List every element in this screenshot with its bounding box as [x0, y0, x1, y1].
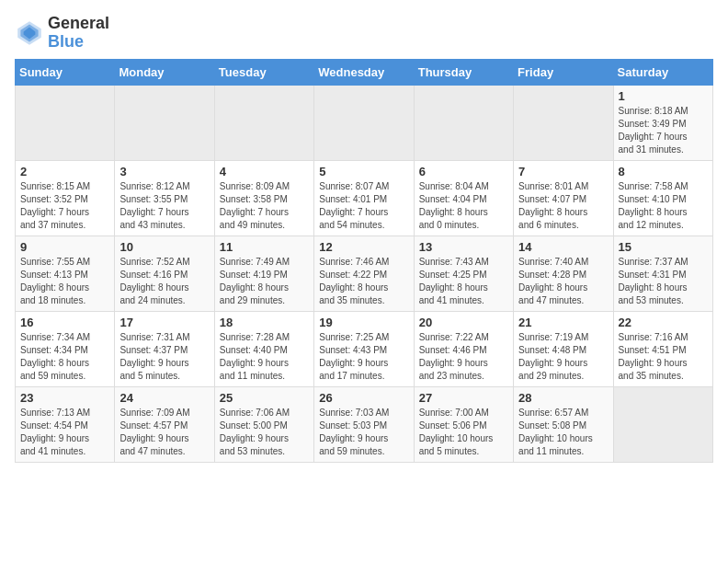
logo-text: GeneralBlue	[48, 15, 109, 52]
calendar-cell: 9Sunrise: 7:55 AM Sunset: 4:13 PM Daylig…	[16, 236, 115, 311]
day-info: Sunrise: 7:55 AM Sunset: 4:13 PM Dayligh…	[20, 256, 109, 307]
day-number: 4	[220, 165, 309, 178]
calendar-table: SundayMondayTuesdayWednesdayThursdayFrid…	[15, 59, 713, 463]
calendar-cell	[314, 85, 414, 160]
day-number: 9	[20, 240, 109, 254]
day-header-tuesday: Tuesday	[214, 59, 313, 85]
logo: GeneralBlue	[15, 15, 109, 52]
calendar-cell: 18Sunrise: 7:28 AM Sunset: 4:40 PM Dayli…	[214, 311, 313, 386]
day-info: Sunrise: 7:03 AM Sunset: 5:03 PM Dayligh…	[319, 407, 408, 458]
calendar-cell: 16Sunrise: 7:34 AM Sunset: 4:34 PM Dayli…	[16, 311, 115, 386]
calendar-cell	[214, 85, 313, 160]
calendar-cell: 11Sunrise: 7:49 AM Sunset: 4:19 PM Dayli…	[214, 236, 313, 311]
calendar-cell: 2Sunrise: 8:15 AM Sunset: 3:52 PM Daylig…	[16, 160, 115, 236]
calendar-cell: 27Sunrise: 7:00 AM Sunset: 5:06 PM Dayli…	[414, 386, 513, 462]
calendar-cell: 20Sunrise: 7:22 AM Sunset: 4:46 PM Dayli…	[414, 311, 513, 386]
day-info: Sunrise: 7:46 AM Sunset: 4:22 PM Dayligh…	[319, 256, 408, 307]
day-number: 22	[619, 316, 708, 329]
day-info: Sunrise: 7:25 AM Sunset: 4:43 PM Dayligh…	[319, 331, 408, 383]
calendar-cell: 1Sunrise: 8:18 AM Sunset: 3:49 PM Daylig…	[613, 85, 712, 160]
day-info: Sunrise: 7:13 AM Sunset: 4:54 PM Dayligh…	[20, 407, 109, 458]
calendar-cell: 15Sunrise: 7:37 AM Sunset: 4:31 PM Dayli…	[613, 236, 712, 311]
calendar-week-1: 1Sunrise: 8:18 AM Sunset: 3:49 PM Daylig…	[16, 85, 713, 160]
calendar-cell: 22Sunrise: 7:16 AM Sunset: 4:51 PM Dayli…	[613, 311, 712, 386]
day-number: 12	[319, 240, 408, 254]
day-info: Sunrise: 6:57 AM Sunset: 5:08 PM Dayligh…	[518, 407, 608, 458]
day-number: 27	[419, 391, 508, 405]
calendar-cell: 17Sunrise: 7:31 AM Sunset: 4:37 PM Dayli…	[115, 311, 214, 386]
day-number: 8	[619, 165, 708, 178]
day-number: 21	[518, 316, 608, 329]
calendar-cell: 4Sunrise: 8:09 AM Sunset: 3:58 PM Daylig…	[214, 160, 313, 236]
day-info: Sunrise: 8:04 AM Sunset: 4:04 PM Dayligh…	[419, 180, 508, 232]
calendar-cell: 6Sunrise: 8:04 AM Sunset: 4:04 PM Daylig…	[414, 160, 513, 236]
calendar-cell: 8Sunrise: 7:58 AM Sunset: 4:10 PM Daylig…	[613, 160, 712, 236]
day-number: 20	[419, 316, 508, 329]
day-info: Sunrise: 8:01 AM Sunset: 4:07 PM Dayligh…	[518, 180, 608, 232]
calendar-cell: 14Sunrise: 7:40 AM Sunset: 4:28 PM Dayli…	[514, 236, 613, 311]
calendar-cell: 26Sunrise: 7:03 AM Sunset: 5:03 PM Dayli…	[314, 386, 414, 462]
day-info: Sunrise: 7:16 AM Sunset: 4:51 PM Dayligh…	[619, 331, 708, 383]
day-info: Sunrise: 7:00 AM Sunset: 5:06 PM Dayligh…	[419, 407, 508, 458]
day-header-friday: Friday	[514, 59, 613, 85]
calendar-cell	[16, 85, 115, 160]
day-info: Sunrise: 7:31 AM Sunset: 4:37 PM Dayligh…	[119, 331, 209, 383]
calendar-week-2: 2Sunrise: 8:15 AM Sunset: 3:52 PM Daylig…	[16, 160, 713, 236]
calendar-week-5: 23Sunrise: 7:13 AM Sunset: 4:54 PM Dayli…	[16, 386, 713, 462]
calendar-cell: 5Sunrise: 8:07 AM Sunset: 4:01 PM Daylig…	[314, 160, 414, 236]
calendar-cell: 10Sunrise: 7:52 AM Sunset: 4:16 PM Dayli…	[115, 236, 214, 311]
calendar-cell: 12Sunrise: 7:46 AM Sunset: 4:22 PM Dayli…	[314, 236, 414, 311]
day-number: 14	[518, 240, 608, 254]
day-info: Sunrise: 7:06 AM Sunset: 5:00 PM Dayligh…	[220, 407, 309, 458]
day-info: Sunrise: 7:19 AM Sunset: 4:48 PM Dayligh…	[518, 331, 608, 383]
calendar-cell	[613, 386, 712, 462]
calendar-week-3: 9Sunrise: 7:55 AM Sunset: 4:13 PM Daylig…	[16, 236, 713, 311]
days-header-row: SundayMondayTuesdayWednesdayThursdayFrid…	[16, 59, 713, 85]
day-number: 16	[20, 316, 109, 329]
calendar-week-4: 16Sunrise: 7:34 AM Sunset: 4:34 PM Dayli…	[16, 311, 713, 386]
day-info: Sunrise: 7:28 AM Sunset: 4:40 PM Dayligh…	[220, 331, 309, 383]
day-info: Sunrise: 7:37 AM Sunset: 4:31 PM Dayligh…	[619, 256, 708, 307]
day-number: 24	[119, 391, 209, 405]
day-info: Sunrise: 7:43 AM Sunset: 4:25 PM Dayligh…	[419, 256, 508, 307]
calendar-cell: 13Sunrise: 7:43 AM Sunset: 4:25 PM Dayli…	[414, 236, 513, 311]
day-number: 15	[619, 240, 708, 254]
day-header-wednesday: Wednesday	[314, 59, 414, 85]
day-info: Sunrise: 7:09 AM Sunset: 4:57 PM Dayligh…	[119, 407, 209, 458]
day-number: 25	[220, 391, 309, 405]
day-info: Sunrise: 7:40 AM Sunset: 4:28 PM Dayligh…	[518, 256, 608, 307]
page-header: GeneralBlue	[15, 15, 713, 52]
day-info: Sunrise: 7:58 AM Sunset: 4:10 PM Dayligh…	[619, 180, 708, 232]
day-number: 2	[20, 165, 109, 178]
day-number: 13	[419, 240, 508, 254]
day-header-sunday: Sunday	[16, 59, 115, 85]
calendar-cell: 3Sunrise: 8:12 AM Sunset: 3:55 PM Daylig…	[115, 160, 214, 236]
calendar-cell: 19Sunrise: 7:25 AM Sunset: 4:43 PM Dayli…	[314, 311, 414, 386]
day-header-saturday: Saturday	[613, 59, 712, 85]
day-number: 28	[518, 391, 608, 405]
day-info: Sunrise: 8:09 AM Sunset: 3:58 PM Dayligh…	[220, 180, 309, 232]
day-number: 17	[119, 316, 209, 329]
calendar-cell: 21Sunrise: 7:19 AM Sunset: 4:48 PM Dayli…	[514, 311, 613, 386]
day-info: Sunrise: 7:34 AM Sunset: 4:34 PM Dayligh…	[20, 331, 109, 383]
day-info: Sunrise: 8:07 AM Sunset: 4:01 PM Dayligh…	[319, 180, 408, 232]
day-number: 23	[20, 391, 109, 405]
day-header-monday: Monday	[115, 59, 214, 85]
logo-icon	[15, 18, 44, 48]
day-number: 1	[619, 89, 708, 103]
day-number: 7	[518, 165, 608, 178]
day-info: Sunrise: 8:18 AM Sunset: 3:49 PM Dayligh…	[619, 105, 708, 156]
day-number: 3	[119, 165, 209, 178]
day-info: Sunrise: 7:22 AM Sunset: 4:46 PM Dayligh…	[419, 331, 508, 383]
calendar-cell: 28Sunrise: 6:57 AM Sunset: 5:08 PM Dayli…	[514, 386, 613, 462]
day-info: Sunrise: 8:15 AM Sunset: 3:52 PM Dayligh…	[20, 180, 109, 232]
day-number: 10	[119, 240, 209, 254]
calendar-cell: 23Sunrise: 7:13 AM Sunset: 4:54 PM Dayli…	[16, 386, 115, 462]
day-header-thursday: Thursday	[414, 59, 513, 85]
day-info: Sunrise: 8:12 AM Sunset: 3:55 PM Dayligh…	[119, 180, 209, 232]
calendar-cell: 25Sunrise: 7:06 AM Sunset: 5:00 PM Dayli…	[214, 386, 313, 462]
day-info: Sunrise: 7:49 AM Sunset: 4:19 PM Dayligh…	[220, 256, 309, 307]
day-number: 6	[419, 165, 508, 178]
day-number: 19	[319, 316, 408, 329]
day-number: 11	[220, 240, 309, 254]
